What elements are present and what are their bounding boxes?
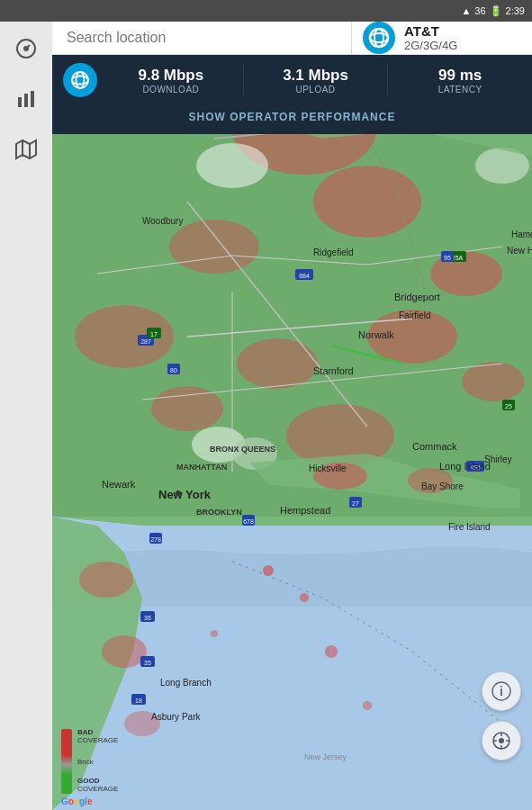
svg-text:278: 278 bbox=[150, 536, 161, 543]
svg-text:35: 35 bbox=[144, 660, 151, 666]
svg-text:95: 95 bbox=[444, 255, 451, 261]
svg-text:17: 17 bbox=[150, 331, 158, 338]
operator-name: AT&T bbox=[404, 23, 457, 39]
svg-text:Long Branch: Long Branch bbox=[160, 678, 212, 688]
svg-text:i: i bbox=[500, 684, 503, 698]
google-logo: Google bbox=[61, 796, 92, 806]
svg-text:Hempstead: Hempstead bbox=[280, 505, 330, 516]
battery-level: 36 bbox=[474, 5, 485, 16]
svg-text:Bay Shore: Bay Shore bbox=[421, 482, 464, 491]
svg-text:BROOKLYN: BROOKLYN bbox=[196, 508, 242, 517]
svg-point-34 bbox=[363, 701, 372, 710]
svg-text:Bridgeport: Bridgeport bbox=[394, 292, 440, 302]
show-operator-performance-button[interactable]: SHOW OPERATOR PERFORMANCE bbox=[52, 105, 532, 129]
signal-icon: ▲ bbox=[461, 5, 471, 16]
legend-good-coverage-label: COVERAGE bbox=[77, 786, 118, 794]
speed-sidebar-item[interactable] bbox=[10, 32, 42, 65]
svg-text:Long Island: Long Island bbox=[439, 461, 491, 472]
upload-label: UPLOAD bbox=[295, 85, 335, 94]
battery-icon: 🔋 bbox=[490, 5, 502, 17]
svg-point-35 bbox=[211, 630, 218, 637]
svg-text:287: 287 bbox=[140, 338, 151, 345]
svg-text:Stamford: Stamford bbox=[313, 365, 354, 376]
legend-brick-label: Brick bbox=[77, 758, 118, 766]
svg-point-21 bbox=[462, 362, 525, 401]
svg-text:Norwalk: Norwalk bbox=[358, 329, 394, 340]
svg-text:Hicksville: Hicksville bbox=[309, 464, 347, 473]
status-bar: ▲ 36 🔋 2:39 bbox=[0, 0, 532, 22]
svg-text:QUEENS: QUEENS bbox=[241, 445, 275, 454]
svg-text:Asbury Park: Asbury Park bbox=[151, 712, 201, 722]
svg-point-17 bbox=[237, 338, 318, 389]
legend-labels: BAD COVERAGE Brick GOOD COVERAGE bbox=[77, 729, 118, 794]
sidebar bbox=[0, 22, 52, 810]
svg-text:Woodbury: Woodbury bbox=[142, 216, 183, 226]
svg-text:New York: New York bbox=[158, 488, 212, 501]
svg-point-22 bbox=[196, 143, 268, 188]
svg-text:Ridgefield: Ridgefield bbox=[313, 248, 353, 257]
svg-text:36: 36 bbox=[144, 615, 151, 621]
svg-point-14 bbox=[169, 220, 259, 274]
perf-button-row: SHOW OPERATOR PERFORMANCE bbox=[52, 105, 532, 134]
top-panel: Search location AT&T 2G/3G/4G bbox=[52, 22, 532, 121]
download-stat: 9.8 Mbps DOWNLOAD bbox=[99, 67, 243, 94]
chart-sidebar-item[interactable] bbox=[10, 83, 42, 115]
svg-point-101 bbox=[499, 738, 504, 743]
svg-text:18: 18 bbox=[135, 698, 142, 704]
download-value: 9.8 Mbps bbox=[138, 67, 203, 85]
search-placeholder: Search location bbox=[67, 30, 166, 46]
svg-text:678: 678 bbox=[243, 518, 254, 525]
latency-label: LATENCY bbox=[438, 85, 482, 94]
svg-text:Fire Island: Fire Island bbox=[448, 522, 491, 532]
operator-info: AT&T 2G/3G/4G bbox=[352, 22, 532, 54]
upload-stat: 3.1 Mbps UPLOAD bbox=[244, 67, 388, 94]
legend-color-bar bbox=[61, 729, 72, 794]
operator-tech: 2G/3G/4G bbox=[404, 39, 457, 52]
svg-text:New Haven: New Haven bbox=[507, 246, 532, 256]
svg-text:Shirley: Shirley bbox=[484, 454, 512, 464]
svg-marker-5 bbox=[16, 140, 36, 158]
svg-text:27: 27 bbox=[352, 500, 359, 507]
svg-rect-2 bbox=[18, 97, 22, 107]
svg-text:Newark: Newark bbox=[102, 479, 136, 490]
search-row: Search location AT&T 2G/3G/4G bbox=[52, 22, 532, 55]
map-area: 287 80 278 678 27 495 36 35 18 17 684 25… bbox=[52, 22, 532, 810]
locate-button[interactable] bbox=[482, 721, 521, 760]
svg-text:684: 684 bbox=[299, 273, 310, 279]
info-button[interactable]: i bbox=[482, 671, 521, 711]
svg-rect-3 bbox=[24, 94, 28, 107]
legend-coverage-label: COVERAGE bbox=[77, 737, 118, 745]
svg-point-33 bbox=[325, 645, 338, 658]
operator-logo bbox=[363, 22, 395, 54]
svg-point-31 bbox=[263, 565, 274, 576]
download-label: DOWNLOAD bbox=[142, 85, 199, 94]
svg-point-28 bbox=[79, 562, 133, 598]
svg-text:Fairfield: Fairfield bbox=[399, 310, 431, 320]
stats-row: 9.8 Mbps DOWNLOAD 3.1 Mbps UPLOAD 99 ms … bbox=[52, 55, 532, 105]
coverage-legend: BAD COVERAGE Brick GOOD COVERAGE bbox=[61, 729, 118, 794]
map-svg: 287 80 278 678 27 495 36 35 18 17 684 25… bbox=[52, 22, 532, 810]
svg-text:25: 25 bbox=[505, 403, 512, 410]
svg-point-89 bbox=[176, 490, 181, 496]
svg-text:BRONX: BRONX bbox=[210, 445, 239, 454]
stats-panel: 9.8 Mbps DOWNLOAD 3.1 Mbps UPLOAD 99 ms … bbox=[52, 55, 532, 134]
map-sidebar-item[interactable] bbox=[10, 133, 42, 166]
search-box[interactable]: Search location bbox=[52, 22, 352, 54]
svg-text:80: 80 bbox=[170, 367, 177, 374]
latency-value: 99 ms bbox=[438, 67, 482, 85]
svg-point-1 bbox=[24, 47, 28, 50]
time-display: 2:39 bbox=[506, 5, 525, 16]
svg-text:Hamden: Hamden bbox=[511, 230, 532, 239]
svg-point-29 bbox=[102, 635, 147, 668]
upload-value: 3.1 Mbps bbox=[283, 67, 348, 85]
svg-point-13 bbox=[313, 166, 421, 238]
svg-text:Commack: Commack bbox=[412, 441, 457, 452]
svg-point-32 bbox=[300, 593, 309, 602]
svg-text:New Jersey: New Jersey bbox=[304, 752, 347, 761]
stats-operator-logo bbox=[63, 63, 97, 97]
svg-text:MANHATTAN: MANHATTAN bbox=[176, 463, 227, 472]
svg-rect-4 bbox=[31, 91, 34, 107]
latency-stat: 99 ms LATENCY bbox=[388, 67, 532, 94]
operator-text: AT&T 2G/3G/4G bbox=[404, 23, 457, 52]
